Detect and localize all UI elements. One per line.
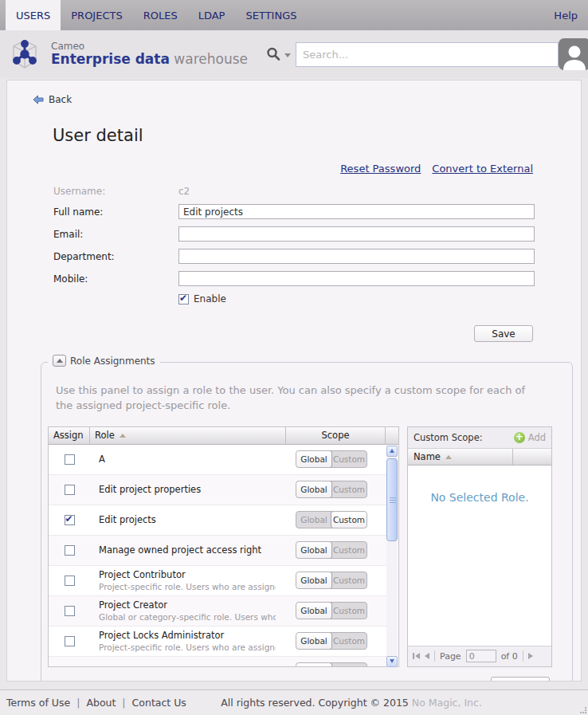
scope-list-body: No Selected Role. xyxy=(408,466,551,646)
scope-global-button[interactable]: Global xyxy=(296,451,331,467)
page-title: User detail xyxy=(7,105,581,145)
scrollbar-thumb[interactable] xyxy=(386,458,398,541)
brand-product-name: Enterprise data xyxy=(51,51,170,67)
scope-custom-button[interactable]: Custom xyxy=(331,572,367,588)
back-arrow-icon xyxy=(33,95,44,104)
collapse-arrow-icon xyxy=(57,359,63,363)
search-scope-caret-icon[interactable] xyxy=(284,53,291,57)
role-table-row[interactable]: A Global Custom xyxy=(49,445,387,475)
role-column-header[interactable]: Role xyxy=(90,427,286,444)
username-value: c2 xyxy=(178,186,190,197)
department-label: Department: xyxy=(53,251,178,262)
top-navbar: USERS PROJECTS ROLES LDAP SETTINGS Help xyxy=(0,0,588,30)
assign-column-header[interactable]: Assign xyxy=(49,427,90,444)
nav-tab-projects[interactable]: PROJECTS xyxy=(61,0,132,30)
user-avatar[interactable] xyxy=(559,38,588,70)
scope-global-button[interactable]: Global xyxy=(296,663,331,666)
page-of-label: of 0 xyxy=(501,651,518,662)
email-input[interactable] xyxy=(178,226,535,242)
search-icon[interactable] xyxy=(265,46,281,62)
terms-of-use-link[interactable]: Terms of Use xyxy=(6,697,70,709)
role-table-row[interactable]: Project Contributor Project-specific rol… xyxy=(49,566,387,596)
scope-global-button[interactable]: Global xyxy=(296,512,331,528)
assign-checkbox[interactable] xyxy=(65,485,75,495)
scope-global-button[interactable]: Global xyxy=(296,481,331,497)
collapse-panel-button[interactable] xyxy=(53,355,66,367)
role-name: Project Manager xyxy=(99,666,276,666)
scope-name-header: Name xyxy=(408,449,551,466)
nav-tab-roles[interactable]: ROLES xyxy=(133,0,188,30)
reset-password-link[interactable]: Reset Password xyxy=(340,163,421,175)
scope-custom-button[interactable]: Custom xyxy=(331,633,367,649)
mobile-row: Mobile: xyxy=(53,271,535,286)
fullname-row: Full name: xyxy=(53,204,535,219)
add-scope-button[interactable]: + Add xyxy=(514,432,546,443)
assign-checkbox[interactable] xyxy=(65,515,75,525)
role-table-row[interactable]: Edit project properties Global Custom xyxy=(49,475,387,505)
scope-global-button[interactable]: Global xyxy=(296,633,331,649)
scope-column-header[interactable]: Scope xyxy=(286,427,386,444)
assign-checkbox[interactable] xyxy=(65,576,75,586)
role-table-row[interactable]: Edit projects Global Custom xyxy=(49,505,387,536)
page-label: Page xyxy=(440,651,461,662)
scroll-up-button[interactable] xyxy=(386,446,398,457)
save-roles-button[interactable]: Save xyxy=(491,677,550,682)
role-table-row[interactable]: Project Manager Global Custom xyxy=(49,657,387,666)
custom-scope-header: Custom Scope: + Add xyxy=(408,427,551,449)
role-name: Edit projects xyxy=(99,514,276,525)
add-label: Add xyxy=(528,432,546,443)
assign-checkbox[interactable] xyxy=(65,545,75,556)
enable-label: Enable xyxy=(194,293,226,304)
back-link[interactable]: Back xyxy=(7,81,79,105)
scope-custom-button[interactable]: Custom xyxy=(331,512,367,528)
mobile-input[interactable] xyxy=(178,271,535,286)
next-page-button[interactable] xyxy=(528,653,533,659)
scope-custom-button[interactable]: Custom xyxy=(331,451,367,467)
about-link[interactable]: About xyxy=(86,697,116,709)
first-page-button[interactable] xyxy=(413,653,420,659)
scope-global-button[interactable]: Global xyxy=(296,542,331,558)
assign-checkbox[interactable] xyxy=(65,636,75,646)
role-description: Global or category-specific role. Users … xyxy=(99,612,276,622)
enable-checkbox[interactable] xyxy=(178,294,189,304)
assign-checkbox[interactable] xyxy=(65,454,75,465)
role-table-row[interactable]: Project Locks Administrator Project-spec… xyxy=(49,627,387,657)
scope-custom-button[interactable]: Custom xyxy=(331,481,367,497)
help-link[interactable]: Help xyxy=(543,0,588,30)
fullname-input[interactable] xyxy=(178,204,535,219)
scroll-down-button[interactable] xyxy=(386,656,398,667)
prev-page-button[interactable] xyxy=(425,653,429,659)
copyright-prefix: All rights reserved. Copyright © 2015 xyxy=(221,697,409,709)
name-column-header[interactable]: Name xyxy=(408,449,513,465)
nav-tab-settings[interactable]: SETTINGS xyxy=(235,0,307,30)
role-name: Project Creator xyxy=(99,599,276,611)
search-input[interactable] xyxy=(296,42,559,67)
scope-custom-button[interactable]: Custom xyxy=(331,603,367,619)
nav-tab-ldap[interactable]: LDAP xyxy=(188,0,236,30)
convert-to-external-link[interactable]: Convert to External xyxy=(432,163,533,175)
name-sort-asc-icon xyxy=(445,455,452,459)
assign-checkbox[interactable] xyxy=(65,606,75,616)
role-assignments-legend: Role Assignments xyxy=(48,355,160,367)
company-name: No Magic, Inc. xyxy=(412,697,482,709)
scope-custom-button[interactable]: Custom xyxy=(331,663,367,666)
page-number-input[interactable] xyxy=(466,650,496,662)
role-table-row[interactable]: Manage owned project access right Global… xyxy=(49,536,387,566)
scope-custom-button[interactable]: Custom xyxy=(331,542,367,558)
role-assignments-title: Role Assignments xyxy=(70,356,155,367)
contact-us-link[interactable]: Contact Us xyxy=(132,697,186,709)
department-input[interactable] xyxy=(178,249,535,264)
cameo-logo-icon xyxy=(6,36,43,73)
nav-tab-users[interactable]: USERS xyxy=(6,0,61,30)
roles-scrollbar[interactable] xyxy=(386,446,398,667)
resize-grip-icon xyxy=(580,707,586,713)
scope-toggle: Global Custom xyxy=(296,481,367,498)
save-user-button[interactable]: Save xyxy=(474,325,533,342)
footer-separator: | xyxy=(76,697,80,709)
role-table-row[interactable]: Project Creator Global or category-speci… xyxy=(49,596,387,627)
footer: Terms of Use | About | Contact Us All ri… xyxy=(0,689,588,715)
scope-global-button[interactable]: Global xyxy=(296,603,331,619)
scope-global-button[interactable]: Global xyxy=(296,572,331,588)
role-name: Project Locks Administrator xyxy=(99,630,276,641)
scope-pagination: Page of 0 xyxy=(408,646,551,666)
